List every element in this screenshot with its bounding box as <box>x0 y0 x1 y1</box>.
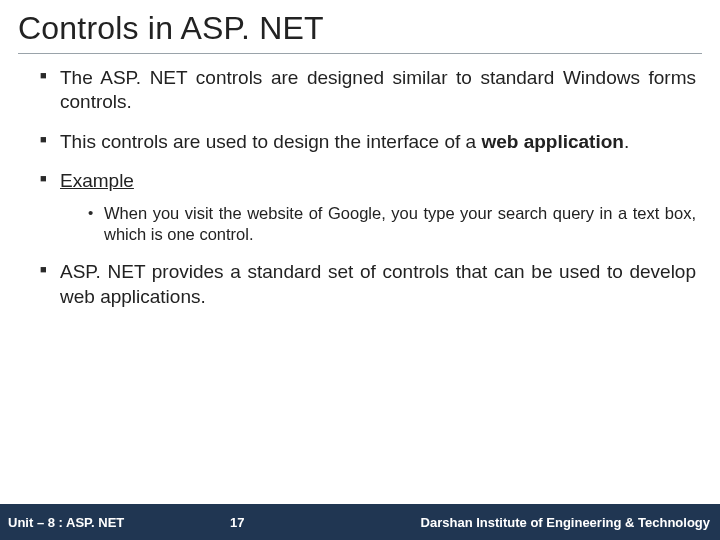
bullet-list: The ASP. NET controls are designed simil… <box>40 66 696 309</box>
bullet-text: The ASP. NET controls are designed simil… <box>60 67 696 112</box>
sub-bullet-item: When you visit the website of Google, yo… <box>88 203 696 245</box>
slide: Controls in ASP. NET The ASP. NET contro… <box>0 0 720 540</box>
footer-unit: Unit – 8 : ASP. NET <box>8 515 124 530</box>
bullet-text: ASP. NET provides a standard set of cont… <box>60 261 696 306</box>
slide-content: The ASP. NET controls are designed simil… <box>18 66 702 309</box>
footer-page-number: 17 <box>230 515 244 530</box>
bold-text: web application <box>481 131 624 152</box>
example-label: Example <box>60 170 134 191</box>
slide-footer: Unit – 8 : ASP. NET 17 Darshan Institute… <box>0 504 720 540</box>
bullet-text: . <box>624 131 629 152</box>
footer-organization: Darshan Institute of Engineering & Techn… <box>421 515 710 530</box>
bullet-text: This controls are used to design the int… <box>60 131 481 152</box>
bullet-item-example: Example When you visit the website of Go… <box>40 169 696 246</box>
slide-title: Controls in ASP. NET <box>18 10 702 54</box>
bullet-item: This controls are used to design the int… <box>40 130 696 154</box>
bullet-item: The ASP. NET controls are designed simil… <box>40 66 696 115</box>
sub-bullet-text: When you visit the website of Google, yo… <box>104 204 696 243</box>
sub-bullet-list: When you visit the website of Google, yo… <box>88 203 696 245</box>
bullet-item: ASP. NET provides a standard set of cont… <box>40 260 696 309</box>
